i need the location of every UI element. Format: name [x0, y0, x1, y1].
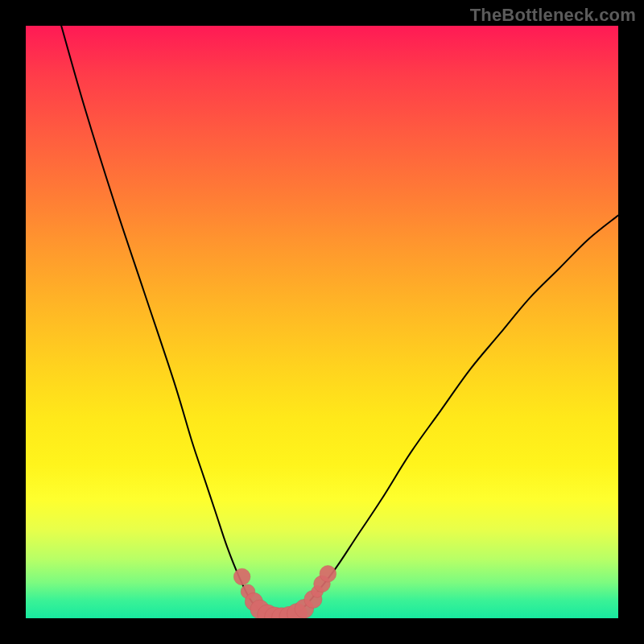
- curve-marker: [271, 608, 291, 618]
- curve-marker: [287, 604, 308, 618]
- curve-marker: [250, 600, 270, 618]
- curve-marker: [312, 586, 324, 598]
- curve-marker: [233, 568, 250, 585]
- bottleneck-curve: [61, 26, 618, 618]
- curve-markers: [233, 566, 336, 619]
- curve-marker: [314, 576, 331, 592]
- curve-marker: [304, 590, 322, 608]
- curve-marker: [245, 592, 262, 610]
- curve-marker: [258, 605, 278, 618]
- watermark-text: TheBottleneck.com: [470, 5, 636, 26]
- chart-frame: TheBottleneck.com: [0, 0, 644, 644]
- curve-marker: [320, 566, 336, 583]
- plot-area: [26, 26, 618, 618]
- curve-marker: [295, 599, 314, 618]
- curve-marker: [279, 606, 299, 618]
- curve-marker: [241, 584, 255, 599]
- curve-marker: [265, 607, 285, 618]
- curve-layer: [26, 26, 618, 618]
